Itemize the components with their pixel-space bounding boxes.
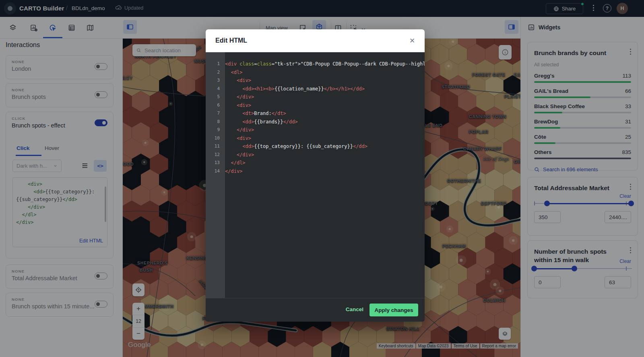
code-line[interactable]: 11 <dd>{{top_category}}: {{sub_category}… [206, 142, 425, 151]
modal-title: Edit HTML [215, 37, 247, 44]
code-line[interactable]: 5 </div> [206, 93, 425, 101]
code-line[interactable]: 6 <div> [206, 101, 425, 110]
code-line[interactable]: 12 </div> [206, 151, 425, 159]
code-line[interactable]: 2 <dl> [206, 68, 425, 77]
cancel-button[interactable]: Cancel [346, 306, 363, 312]
code-line[interactable]: 9 </div> [206, 126, 425, 134]
code-line[interactable]: 13 </dl> [206, 159, 425, 167]
code-line[interactable]: 4 <dd><h1><b>{{location_name}}</b></h1><… [206, 85, 425, 93]
code-line[interactable]: 10 <div> [206, 134, 425, 143]
code-line[interactable]: 14</div> [206, 167, 425, 176]
modal-footer: Cancel Apply changes [206, 298, 425, 322]
close-icon[interactable]: ✕ [408, 36, 417, 45]
code-line[interactable]: 8 <dd>{{brands}}</dd> [206, 118, 425, 126]
apply-changes-button[interactable]: Apply changes [369, 304, 418, 316]
code-line[interactable]: 1<div class=class="tk-str">"CDB-Popup CD… [206, 60, 425, 68]
code-line[interactable]: 3 <div> [206, 76, 425, 85]
editor-code-area[interactable]: 1<div class=class="tk-str">"CDB-Popup CD… [206, 52, 425, 298]
edit-html-modal: Edit HTML ✕ 1<div class=class="tk-str">"… [206, 29, 425, 322]
modal-header: Edit HTML ✕ [206, 29, 425, 52]
code-line[interactable]: 7 <dt>Brand:</dt> [206, 109, 425, 118]
html-code-editor[interactable]: 1<div class=class="tk-str">"CDB-Popup CD… [206, 52, 425, 298]
